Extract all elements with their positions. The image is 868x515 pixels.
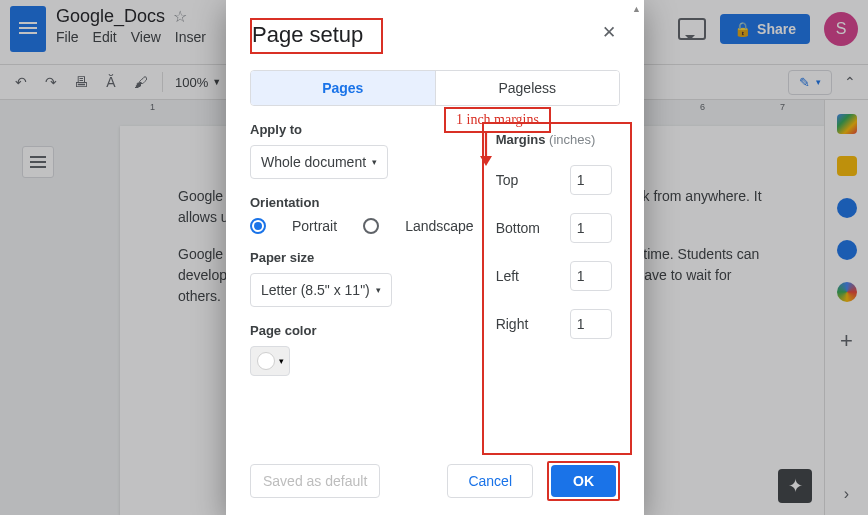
radio-portrait[interactable] bbox=[250, 218, 266, 234]
ok-button[interactable]: OK bbox=[551, 465, 616, 497]
dialog-tabs: Pages Pageless bbox=[250, 70, 620, 106]
radio-portrait-label: Portrait bbox=[292, 218, 337, 234]
dialog-footer: Saved as default Cancel OK bbox=[250, 455, 620, 501]
margin-bottom-input[interactable] bbox=[570, 213, 612, 243]
tab-pageless[interactable]: Pageless bbox=[436, 71, 620, 105]
margin-top-label: Top bbox=[496, 172, 558, 188]
paper-size-select[interactable]: Letter (8.5" x 11")▾ bbox=[250, 273, 392, 307]
annotation-title-box: Page setup bbox=[250, 18, 383, 54]
margin-right-label: Right bbox=[496, 316, 558, 332]
margin-left-input[interactable] bbox=[570, 261, 612, 291]
radio-landscape[interactable] bbox=[363, 218, 379, 234]
color-circle-icon bbox=[257, 352, 275, 370]
close-button[interactable]: ✕ bbox=[598, 18, 620, 47]
radio-landscape-label: Landscape bbox=[405, 218, 474, 234]
margin-right-input[interactable] bbox=[570, 309, 612, 339]
page-setup-dialog: ▲ Page setup ✕ Pages Pageless 1 inch mar… bbox=[226, 0, 644, 515]
dialog-left-column: Apply to Whole document▾ Orientation Por… bbox=[250, 122, 474, 455]
cancel-button[interactable]: Cancel bbox=[447, 464, 533, 498]
orientation-label: Orientation bbox=[250, 195, 474, 210]
apply-to-label: Apply to bbox=[250, 122, 474, 137]
set-default-button[interactable]: Saved as default bbox=[250, 464, 380, 498]
tab-pages[interactable]: Pages bbox=[251, 71, 436, 105]
paper-size-label: Paper size bbox=[250, 250, 474, 265]
margins-title: Margins (inches) bbox=[496, 132, 612, 147]
dialog-title: Page setup bbox=[252, 22, 363, 47]
margin-top-input[interactable] bbox=[570, 165, 612, 195]
margin-bottom-label: Bottom bbox=[496, 220, 558, 236]
annotation-ok-box: OK bbox=[547, 461, 620, 501]
page-color-select[interactable]: ▾ bbox=[250, 346, 290, 376]
dialog-scrollbar[interactable]: ▲ bbox=[630, 2, 642, 513]
apply-to-select[interactable]: Whole document▾ bbox=[250, 145, 388, 179]
margin-left-label: Left bbox=[496, 268, 558, 284]
page-color-label: Page color bbox=[250, 323, 474, 338]
margins-section: Margins (inches) Top Bottom Left Right bbox=[482, 122, 632, 455]
